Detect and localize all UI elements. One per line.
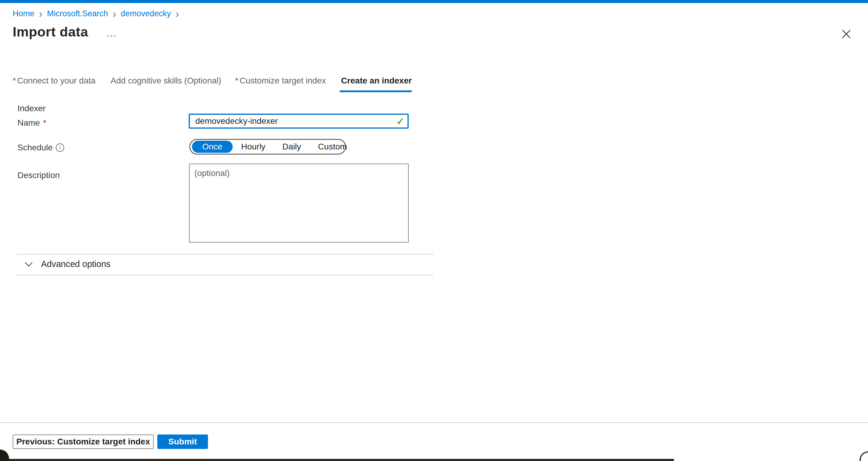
chevron-right-icon: ›	[113, 9, 116, 19]
chevron-right-icon: ›	[39, 9, 42, 19]
required-asterisk: *	[43, 118, 46, 128]
name-label: Name *	[18, 118, 46, 128]
indexer-section-label: Indexer	[18, 104, 45, 113]
header: Import data …	[13, 24, 118, 40]
name-input-wrap: ✓	[189, 114, 409, 129]
schedule-option-daily[interactable]: Daily	[274, 141, 310, 153]
previous-step-button[interactable]: Previous: Customize target index	[13, 434, 154, 449]
schedule-option-once[interactable]: Once	[192, 141, 233, 153]
bottom-left-corner-artifact	[0, 450, 9, 461]
name-label-text: Name	[18, 118, 40, 128]
tab-customize-target-index[interactable]: *Customize target index	[235, 76, 326, 92]
submit-button[interactable]: Submit	[157, 434, 208, 449]
schedule-label-text: Schedule	[18, 143, 53, 152]
tab-required-marker: *	[235, 76, 239, 85]
bottom-window-edge	[8, 459, 674, 461]
advanced-options-label: Advanced options	[41, 259, 111, 269]
schedule-option-hourly[interactable]: Hourly	[233, 141, 274, 153]
breadcrumb: Home › Microsoft.Search › demovedecky ›	[13, 9, 179, 19]
page-title: Import data	[13, 24, 88, 40]
description-label-text: Description	[18, 171, 60, 180]
info-icon[interactable]: i	[56, 144, 64, 152]
close-button[interactable]	[841, 28, 852, 40]
tab-label: Create an indexer	[341, 76, 412, 85]
tab-required-marker: *	[13, 76, 16, 85]
wizard-tabs: *Connect to your data Add cognitive skil…	[13, 76, 412, 92]
schedule-segmented-control: Once Hourly Daily Custom	[189, 139, 346, 155]
chevron-right-icon: ›	[176, 9, 179, 19]
tab-label: Customize target index	[240, 76, 326, 85]
bottom-right-corner-artifact	[860, 451, 868, 461]
top-accent-bar	[0, 0, 868, 3]
breadcrumb-link-demovedecky[interactable]: demovedecky	[121, 9, 171, 19]
close-icon	[841, 29, 851, 39]
advanced-options-toggle[interactable]: Advanced options	[24, 259, 111, 269]
footer-divider	[0, 423, 868, 423]
tab-connect-to-your-data[interactable]: *Connect to your data	[13, 76, 96, 92]
schedule-option-custom[interactable]: Custom	[310, 141, 355, 153]
breadcrumb-link-microsoft-search[interactable]: Microsoft.Search	[47, 9, 108, 19]
indexer-name-input[interactable]	[189, 114, 409, 129]
tab-label: Add cognitive skills (Optional)	[111, 76, 221, 85]
schedule-label: Schedule i	[18, 143, 64, 152]
tab-label: Connect to your data	[17, 76, 96, 85]
divider	[17, 254, 433, 255]
description-textarea[interactable]	[189, 164, 409, 243]
tab-create-an-indexer[interactable]: Create an indexer	[340, 76, 412, 92]
breadcrumb-link-home[interactable]: Home	[13, 9, 34, 19]
chevron-down-icon	[24, 262, 33, 267]
import-data-page: Home › Microsoft.Search › demovedecky › …	[0, 0, 868, 461]
more-options-icon[interactable]: …	[106, 25, 118, 39]
valid-check-icon: ✓	[396, 116, 404, 127]
description-label: Description	[18, 171, 60, 180]
divider	[17, 275, 433, 275]
tab-add-cognitive-skills[interactable]: Add cognitive skills (Optional)	[110, 76, 221, 92]
